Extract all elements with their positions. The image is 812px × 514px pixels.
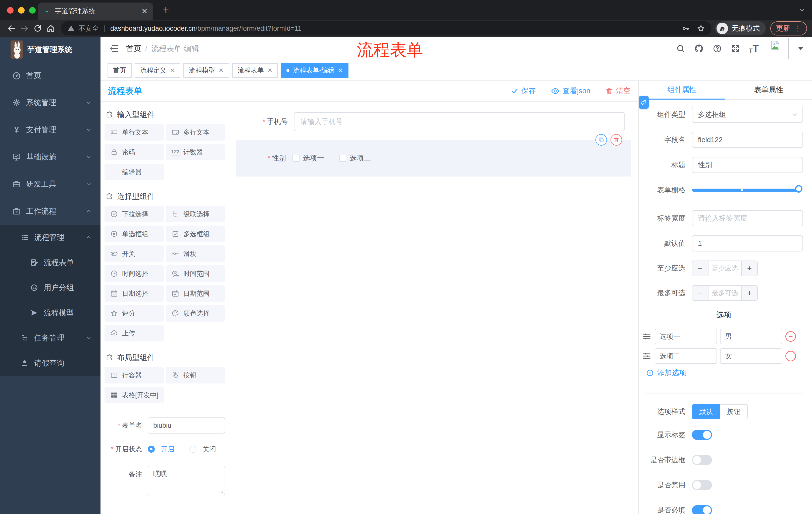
palette-item-date-picker[interactable]: 日期选择 bbox=[105, 285, 164, 302]
canvas-field-gender-selected[interactable]: *性别 选项一 选项二 bbox=[236, 140, 631, 177]
increase-button[interactable]: + bbox=[742, 286, 757, 300]
password-key-icon[interactable] bbox=[682, 24, 690, 32]
drag-handle-icon[interactable] bbox=[642, 352, 651, 360]
back-icon[interactable] bbox=[5, 22, 18, 35]
forward-icon[interactable] bbox=[18, 22, 31, 35]
palette-item-time-picker[interactable]: 时间选择 bbox=[105, 265, 164, 282]
palette-item-checkbox-group[interactable]: 多选框组 bbox=[166, 225, 225, 242]
remove-option-button[interactable]: − bbox=[785, 351, 796, 361]
sidebar-item-infra[interactable]: 基础设施 bbox=[0, 143, 100, 170]
security-label[interactable]: 不安全 bbox=[78, 24, 99, 33]
sidebar-logo[interactable]: 芋道管理系统 bbox=[0, 37, 100, 62]
github-icon[interactable] bbox=[694, 44, 704, 53]
zoom-window-button[interactable] bbox=[29, 7, 36, 13]
update-button[interactable]: 更新 ⋮ bbox=[770, 21, 807, 35]
close-icon[interactable]: ✕ bbox=[170, 67, 175, 74]
sidebar-collapse-icon[interactable] bbox=[109, 44, 119, 53]
field-name-input[interactable] bbox=[692, 132, 803, 148]
tab-component-props[interactable]: 组件属性 bbox=[639, 81, 725, 100]
sidebar-item-payment[interactable]: ¥ 支付管理 bbox=[0, 116, 100, 143]
status-off-label[interactable]: 关闭 bbox=[203, 444, 216, 454]
close-window-button[interactable] bbox=[7, 7, 13, 13]
palette-item-button[interactable]: 按钮 bbox=[166, 367, 225, 383]
sidebar-item-task-mgmt[interactable]: 任务管理 bbox=[0, 325, 100, 351]
palette-item-single-text[interactable]: 单行文本 bbox=[105, 124, 164, 141]
gender-option-1[interactable]: 选项一 bbox=[292, 154, 324, 163]
url-text[interactable]: dashboard.yudao.iocoder.cn/bpm/manager/f… bbox=[110, 25, 675, 32]
decrease-button[interactable]: − bbox=[692, 286, 708, 300]
min-select-value[interactable]: 至少应选 bbox=[708, 261, 742, 276]
style-button-button[interactable]: 按钮 bbox=[720, 404, 748, 419]
tag-process-definition[interactable]: 流程定义✕ bbox=[135, 63, 180, 78]
form-name-input[interactable] bbox=[148, 417, 225, 434]
reload-icon[interactable] bbox=[31, 22, 44, 35]
option-value-input[interactable] bbox=[720, 329, 782, 344]
sidebar-item-leave-query[interactable]: 请假查询 bbox=[0, 351, 100, 376]
decrease-button[interactable]: − bbox=[692, 261, 708, 276]
minimize-window-button[interactable] bbox=[18, 7, 25, 13]
resize-grip-icon[interactable] bbox=[219, 489, 223, 493]
canvas-field-phone[interactable]: *手机号 bbox=[231, 112, 638, 131]
option-name-input[interactable] bbox=[655, 329, 717, 344]
browser-menu-dots-icon[interactable]: ⋮ bbox=[794, 24, 802, 33]
palette-item-time-range[interactable]: 时间范围 bbox=[166, 265, 225, 282]
sidebar-item-home[interactable]: 首页 bbox=[0, 62, 100, 89]
sidebar-item-process-mgmt[interactable]: 流程管理 bbox=[0, 225, 100, 250]
slider-track[interactable] bbox=[692, 189, 798, 192]
address-bar[interactable]: 不安全 dashboard.yudao.iocoder.cn/bpm/manag… bbox=[61, 21, 712, 35]
view-json-button[interactable]: 查看json bbox=[551, 86, 590, 96]
tab-close-icon[interactable]: ✕ bbox=[141, 7, 148, 16]
grid-slider[interactable] bbox=[692, 182, 803, 198]
palette-item-multi-text[interactable]: 多行文本 bbox=[166, 124, 225, 141]
drag-handle-icon[interactable] bbox=[642, 332, 651, 341]
sidebar-item-process-model[interactable]: 流程模型 bbox=[0, 300, 100, 325]
tab-form-props[interactable]: 表单属性 bbox=[725, 81, 812, 100]
checkbox[interactable] bbox=[292, 155, 299, 162]
form-remark-textarea[interactable]: 嘿嘿 bbox=[148, 466, 225, 495]
fullscreen-icon[interactable] bbox=[731, 44, 740, 53]
close-icon[interactable]: ✕ bbox=[219, 67, 224, 74]
label-width-input[interactable] bbox=[692, 210, 803, 226]
add-option-button[interactable]: 添加选项 bbox=[646, 368, 803, 378]
avatar-broken-image[interactable] bbox=[768, 38, 789, 59]
status-on-radio[interactable] bbox=[148, 445, 155, 453]
palette-item-password[interactable]: 密码 bbox=[105, 144, 164, 160]
tag-home[interactable]: 首页 bbox=[108, 63, 132, 78]
close-icon[interactable]: ✕ bbox=[338, 67, 343, 74]
palette-item-cascade[interactable]: 级联选择 bbox=[166, 206, 225, 222]
show-label-toggle[interactable] bbox=[692, 430, 712, 440]
status-off-radio[interactable] bbox=[190, 445, 197, 453]
tag-process-form-edit[interactable]: 流程表单-编辑✕ bbox=[281, 63, 348, 78]
title-input[interactable] bbox=[692, 157, 803, 173]
palette-item-slider[interactable]: 滑块 bbox=[166, 245, 225, 262]
palette-item-table[interactable]: 表格[开发中] bbox=[105, 387, 164, 403]
delete-component-button[interactable] bbox=[610, 134, 622, 145]
increase-button[interactable]: + bbox=[742, 261, 757, 276]
max-select-value[interactable]: 最多可选 bbox=[708, 286, 742, 300]
palette-item-radio-group[interactable]: 单选框组 bbox=[105, 225, 164, 242]
browser-tab[interactable]: 芋道管理系统 ✕ bbox=[38, 2, 153, 20]
help-icon[interactable] bbox=[713, 44, 722, 53]
option-value-input[interactable] bbox=[720, 348, 782, 364]
tab-search-chevron-icon[interactable] bbox=[799, 6, 806, 13]
palette-item-upload[interactable]: 上传 bbox=[105, 325, 164, 342]
sidebar-item-user-group[interactable]: 用户分组 bbox=[0, 275, 100, 300]
palette-item-color-picker[interactable]: 颜色选择 bbox=[166, 305, 225, 322]
slider-handle[interactable] bbox=[795, 185, 803, 193]
gender-option-2[interactable]: 选项二 bbox=[339, 154, 371, 163]
palette-item-dropdown[interactable]: 下拉选择 bbox=[105, 206, 164, 222]
option-name-input[interactable] bbox=[655, 348, 717, 364]
style-default-button[interactable]: 默认 bbox=[692, 404, 720, 419]
status-on-label[interactable]: 开启 bbox=[161, 444, 174, 454]
search-icon[interactable] bbox=[676, 44, 685, 53]
sidebar-item-system[interactable]: 系统管理 bbox=[0, 89, 100, 116]
sidebar-item-workflow[interactable]: 工作流程 bbox=[0, 198, 100, 225]
sidebar-item-devtools[interactable]: 研发工具 bbox=[0, 170, 100, 198]
required-toggle[interactable] bbox=[692, 505, 712, 514]
palette-item-counter[interactable]: 123 计数器 bbox=[166, 144, 225, 160]
phone-input[interactable] bbox=[294, 112, 625, 131]
save-button[interactable]: 保存 bbox=[511, 86, 536, 96]
new-tab-button[interactable]: + bbox=[163, 4, 169, 16]
sidebar-item-process-form[interactable]: 流程表单 bbox=[0, 250, 100, 275]
clear-button[interactable]: 清空 bbox=[606, 86, 631, 96]
